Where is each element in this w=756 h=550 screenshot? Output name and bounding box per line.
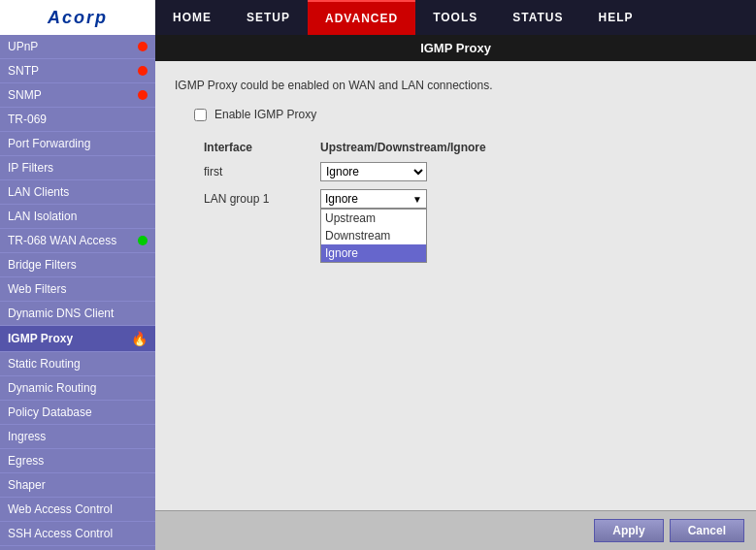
sidebar-label: Policy Database	[8, 405, 92, 419]
content-footer: Apply Cancel	[155, 510, 756, 550]
sidebar-label: TR-069	[8, 113, 47, 126]
sidebar-label: SSH Access Control	[8, 527, 113, 540]
cancel-button[interactable]: Cancel	[670, 519, 744, 542]
col-upstream-header: Upstream/Downstream/Ignore	[320, 141, 486, 154]
interface-row-first: first Upstream Downstream Ignore	[204, 162, 737, 181]
nav-setup[interactable]: SETUP	[229, 0, 308, 35]
sidebar-label: SNTP	[8, 64, 39, 78]
sidebar-item-upnp[interactable]: UPnP	[0, 35, 155, 59]
sidebar-label: Ingress	[8, 430, 46, 443]
interface-table: Interface Upstream/Downstream/Ignore fir…	[204, 141, 737, 209]
sidebar-label: UPnP	[8, 40, 38, 53]
logo: Acorp	[0, 0, 155, 35]
sidebar-label: TR-068 WAN Access	[8, 234, 116, 247]
sidebar-item-snmp[interactable]: SNMP	[0, 83, 155, 108]
sidebar-label: Dynamic Routing	[8, 381, 96, 395]
igmp-dropdown-lan-group1[interactable]: Ignore ▼ Upstream Downstream Ignore	[320, 189, 427, 209]
sidebar-item-policy-database[interactable]: Policy Database	[0, 401, 155, 425]
sidebar-item-log-out[interactable]: Log Out	[0, 546, 155, 550]
content-body: IGMP Proxy could be enabled on WAN and L…	[155, 61, 756, 510]
sidebar-item-web-filters[interactable]: Web Filters	[0, 277, 155, 302]
nav-advanced[interactable]: ADVANCED	[308, 0, 415, 35]
interface-row-lan-group1: LAN group 1 Ignore ▼ Upstream Downstream…	[204, 189, 737, 209]
sidebar-label: Web Access Control	[8, 502, 113, 516]
apply-button[interactable]: Apply	[594, 519, 663, 542]
status-dot-green	[138, 236, 148, 245]
interface-label-first: first	[204, 165, 320, 178]
sidebar-item-dynamic-routing[interactable]: Dynamic Routing	[0, 376, 155, 401]
nav-home[interactable]: HOME	[155, 0, 229, 35]
dropdown-arrow-icon: ▼	[412, 194, 422, 205]
sidebar-item-tr068[interactable]: TR-068 WAN Access	[0, 229, 155, 253]
sidebar-label: IP Filters	[8, 161, 53, 175]
nav-tools[interactable]: TOOLS	[415, 0, 495, 35]
dropdown-list: Upstream Downstream Ignore	[320, 209, 427, 263]
sidebar-item-ingress[interactable]: Ingress	[0, 425, 155, 449]
igmp-select-first[interactable]: Upstream Downstream Ignore	[320, 162, 427, 181]
sidebar-item-egress[interactable]: Egress	[0, 449, 155, 473]
nav-help[interactable]: HELP	[580, 0, 650, 35]
sidebar-item-static-routing[interactable]: Static Routing	[0, 352, 155, 376]
sidebar-label: IGMP Proxy	[8, 332, 73, 345]
dropdown-option-upstream[interactable]: Upstream	[321, 210, 426, 227]
status-dot-red	[138, 42, 148, 51]
sidebar-label: Port Forwarding	[8, 137, 90, 150]
sidebar: UPnP SNTP SNMP TR-069 Port Forwarding IP…	[0, 35, 155, 550]
sidebar-item-shaper[interactable]: Shaper	[0, 473, 155, 498]
status-dot-red	[138, 90, 148, 100]
status-dot-flame: 🔥	[131, 331, 148, 346]
interface-label-lan-group1: LAN group 1	[204, 192, 320, 206]
sidebar-item-ssh-access-control[interactable]: SSH Access Control	[0, 522, 155, 546]
nav-bar: HOME SETUP ADVANCED TOOLS STATUS HELP	[155, 0, 756, 35]
dropdown-option-ignore[interactable]: Ignore	[321, 244, 426, 262]
sidebar-label: Web Filters	[8, 282, 66, 296]
enable-igmp-checkbox[interactable]	[194, 109, 207, 121]
nav-status[interactable]: STATUS	[495, 0, 580, 35]
sidebar-item-tr069[interactable]: TR-069	[0, 108, 155, 132]
sidebar-label: Static Routing	[8, 357, 81, 371]
sidebar-item-sntp[interactable]: SNTP	[0, 59, 155, 83]
logo-text: Acorp	[48, 8, 108, 28]
sidebar-item-dynamic-dns[interactable]: Dynamic DNS Client	[0, 302, 155, 326]
page-title: IGMP Proxy	[420, 41, 491, 55]
enable-igmp-row: Enable IGMP Proxy	[194, 108, 737, 121]
content-header: IGMP Proxy	[155, 35, 756, 61]
sidebar-item-ip-filters[interactable]: IP Filters	[0, 156, 155, 180]
sidebar-item-port-forwarding[interactable]: Port Forwarding	[0, 132, 155, 156]
sidebar-label: LAN Clients	[8, 185, 69, 199]
info-text: IGMP Proxy could be enabled on WAN and L…	[175, 79, 737, 92]
sidebar-item-lan-clients[interactable]: LAN Clients	[0, 180, 155, 205]
sidebar-label: Dynamic DNS Client	[8, 307, 114, 320]
sidebar-item-igmp-proxy[interactable]: IGMP Proxy 🔥	[0, 326, 155, 352]
sidebar-label: SNMP	[8, 88, 42, 102]
sidebar-item-bridge-filters[interactable]: Bridge Filters	[0, 253, 155, 277]
dropdown-selected-value: Ignore	[325, 192, 358, 206]
sidebar-item-lan-isolation[interactable]: LAN Isolation	[0, 205, 155, 229]
sidebar-label: Shaper	[8, 478, 46, 492]
dropdown-option-downstream[interactable]: Downstream	[321, 227, 426, 244]
sidebar-label: Egress	[8, 454, 44, 468]
status-dot-red	[138, 66, 148, 76]
sidebar-label: LAN Isolation	[8, 210, 77, 223]
dropdown-display[interactable]: Ignore ▼	[320, 189, 427, 209]
col-headers: Interface Upstream/Downstream/Ignore	[204, 141, 737, 154]
col-interface-header: Interface	[204, 141, 320, 154]
sidebar-label: Bridge Filters	[8, 258, 77, 272]
sidebar-item-web-access-control[interactable]: Web Access Control	[0, 498, 155, 522]
enable-igmp-label: Enable IGMP Proxy	[214, 108, 316, 121]
